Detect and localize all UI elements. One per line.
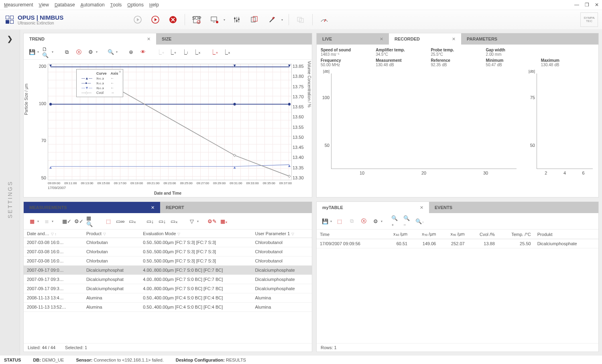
menu-tools[interactable]: Tools [110, 2, 122, 8]
menu-automation[interactable]: Automation [81, 2, 105, 8]
clear-icon[interactable]: ⓧ [359, 217, 368, 226]
table-row[interactable]: 2007-09-17 09:3…Dicalciumphosphat4.00..8… [24, 275, 312, 284]
recorded-chart-main[interactable]: [dB] 10050 102030 [321, 72, 518, 176]
menubar: Measurement View Database Automation Too… [0, 0, 602, 10]
axis-1-icon[interactable]: ⎿₊ [156, 48, 165, 57]
table-row[interactable]: 2007-03-08 16:0…Chlorbutan0.50..500.00µm… [24, 238, 312, 247]
tab-trend[interactable]: TREND✕ [24, 33, 156, 45]
brand-subtitle: Ultrasonic Extinction [18, 21, 63, 25]
save-icon[interactable]: 💾 [321, 217, 329, 226]
menu-view[interactable]: View [39, 2, 49, 8]
axis-4-icon[interactable]: ⎿ₓ [192, 48, 201, 57]
mytable-panel: myTABLE✕ EVENTS 💾▾ ⬚ ⧉ ⓧ ⚙▾ 🔍₊ 🔍₋ 🔍ₓ Tim… [316, 201, 599, 352]
menu-measurement[interactable]: Measurement [4, 2, 33, 8]
tab-parameters[interactable]: PARAMETERS [461, 33, 503, 45]
tab-report[interactable]: REPORT [160, 202, 190, 213]
table-check-icon[interactable]: ▦✓ [62, 217, 71, 226]
row-inf-icon[interactable]: ▭∞ [116, 217, 125, 226]
tab-live[interactable]: LIVE✕ [317, 33, 389, 45]
menu-database[interactable]: Database [55, 2, 75, 8]
mytable-grid[interactable]: Timex₁₀ /µmx₅₀ /µmx₉₀ /µmCvol /%Temp. /°… [317, 230, 598, 248]
svg-point-16 [234, 103, 236, 106]
select-icon[interactable]: ⬚ [335, 217, 344, 226]
page-search-icon[interactable]: 🗋🔍 [42, 48, 51, 57]
select-icon[interactable]: ⬚ [104, 217, 113, 226]
clear-icon[interactable]: ⓧ [74, 48, 83, 57]
expand-sidebar-button[interactable]: ❯ [7, 35, 13, 43]
save-icon[interactable]: 💾 [28, 48, 37, 57]
zoom-in-icon[interactable]: 🔍₊ [391, 217, 400, 226]
vendor-logo: SYMPATEC [580, 12, 598, 27]
monitor-button[interactable] [208, 14, 220, 26]
axis-2-icon[interactable]: ⎿₊ [168, 48, 177, 57]
row-del-icon[interactable]: ▭ₓ [128, 217, 137, 226]
tab-events[interactable]: EVENTS [429, 202, 458, 213]
sop-button[interactable]: SOP [191, 14, 203, 26]
gear-edit-icon[interactable]: ⚙✎ [207, 217, 216, 226]
zoom-reset-icon[interactable]: 🔍ₓ [415, 217, 424, 226]
svg-rect-19 [234, 154, 236, 157]
tab-recorded[interactable]: RECORDED✕ [389, 33, 461, 45]
gauge-button[interactable] [318, 14, 330, 26]
axis-3-icon[interactable]: ⎿ᵢ [180, 48, 189, 57]
copy-icon[interactable]: ⧉ [347, 217, 356, 226]
col-userparam[interactable]: User Parameter 1▽ [252, 230, 312, 238]
close-tab-icon[interactable]: ✕ [147, 37, 150, 42]
copy-icon[interactable]: ⧉ [62, 48, 71, 57]
gear-icon[interactable]: ⚙ [371, 217, 380, 226]
table-red-icon[interactable]: ▦ [28, 217, 37, 226]
recorded-chart-sub[interactable]: [dB] 7550 246 [526, 72, 594, 176]
tab-mytable[interactable]: myTABLE✕ [317, 202, 429, 213]
sidebar-label: SETTINGS [7, 180, 13, 218]
zoom-icon[interactable]: 🔍 [106, 48, 115, 57]
target-icon[interactable]: ⊕ [126, 48, 135, 57]
rows-icon[interactable]: ≣ [42, 217, 51, 226]
table-row[interactable]: 2008-11-13 13:52…Alumina0.50..400.00µm [… [24, 303, 312, 312]
table-search-icon[interactable]: ▦🔍 [86, 217, 95, 226]
stop-button[interactable] [167, 14, 179, 26]
measurements-table[interactable]: Date and…▽ ↕ Product▽ Evaluation Mode▽ U… [24, 230, 312, 312]
menu-help[interactable]: Help [149, 2, 159, 8]
table-row[interactable]: 2008-11-13 13:4…Alumina0.50..400.00µm [F… [24, 293, 312, 303]
col-eval[interactable]: Evaluation Mode▽ [140, 230, 252, 238]
svg-rect-20 [288, 175, 291, 177]
table-row[interactable]: 2007-03-08 16:0…Chlorbutan0.50..500.00µm… [24, 256, 312, 266]
row-down2-icon[interactable]: ▭↓ [158, 217, 167, 226]
x-axis-label: Date and Time [154, 191, 181, 195]
row-del2-icon[interactable]: ▭ₓ [170, 217, 179, 226]
menu-options[interactable]: Options [127, 2, 144, 8]
eye-icon[interactable]: 👁 [138, 48, 147, 57]
table-del-icon[interactable]: ▦ₓ [220, 217, 228, 226]
table-row[interactable]: 2007-09-17 09:3…Dicalciumphosphat4.00..8… [24, 284, 312, 293]
tab-size[interactable]: SIZE [156, 33, 177, 45]
table-row[interactable]: 17/09/2007 09:09:5660.51149.06252.0713.8… [317, 239, 598, 248]
col-product[interactable]: Product▽ [83, 230, 140, 238]
row-down-icon[interactable]: ▭↓ [146, 217, 155, 226]
tab-measurements[interactable]: MEASUREMENTS✕ [24, 202, 160, 213]
close-icon[interactable]: ✕ [595, 2, 599, 8]
filter-icon[interactable]: ▽ [187, 217, 196, 226]
axis-6-icon[interactable]: ⎿ₓ [222, 48, 231, 57]
svg-text:SOP: SOP [192, 16, 201, 20]
play-button[interactable] [149, 14, 161, 26]
sidebar: ❯ SETTINGS [0, 30, 20, 355]
gear-icon[interactable]: ⚙ [86, 48, 95, 57]
minimize-icon[interactable]: — [574, 2, 579, 8]
wand-button[interactable] [266, 14, 278, 26]
table-row[interactable]: 2007-09-17 09:0…Dicalciumphosphat4.00..8… [24, 266, 312, 275]
play-outline-button[interactable] [132, 14, 144, 26]
windows-button[interactable] [295, 14, 307, 26]
svg-point-9 [236, 20, 238, 22]
axis-5-icon[interactable]: ⎿₊ [210, 48, 219, 57]
restore-icon[interactable]: ❐ [585, 2, 589, 8]
sheets-button[interactable] [248, 14, 260, 26]
trend-plot[interactable]: CurveAxis —▲—x₉₀.₃← —●—x₅₀.₃← —▼—x₁₀.₃← … [48, 64, 292, 180]
legend[interactable]: CurveAxis —▲—x₉₀.₃← —●—x₅₀.₃← —▼—x₁₀.₃← … [76, 69, 123, 97]
sliders-check-icon[interactable]: ⚙✓ [74, 217, 83, 226]
col-date[interactable]: Date and…▽ ↕ [24, 230, 83, 238]
svg-point-10 [238, 18, 240, 20]
brand-title: OPUS | NIMBUS [18, 14, 63, 21]
sliders-button[interactable] [231, 14, 243, 26]
table-row[interactable]: 2007-03-08 16:0…Chlorbutan0.50..500.00µm… [24, 247, 312, 256]
zoom-out-icon[interactable]: 🔍₋ [403, 217, 412, 226]
